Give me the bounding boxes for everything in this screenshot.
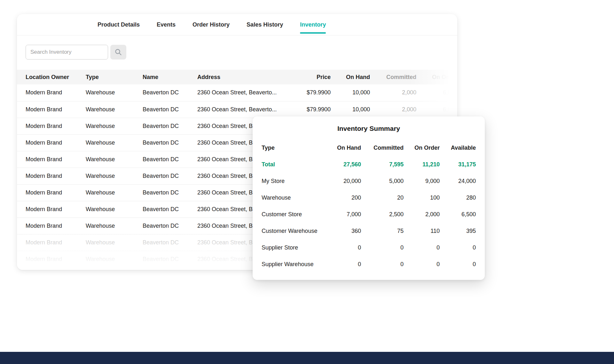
column-address: Address: [197, 70, 291, 84]
tab-inventory[interactable]: Inventory: [300, 14, 326, 35]
column-name: Name: [143, 70, 197, 84]
footer-bar: [0, 352, 614, 364]
summary-cell-on-order: 9,000: [404, 173, 440, 189]
cell-committed: 2,000: [370, 84, 416, 101]
column-committed: Committed: [370, 70, 416, 84]
summary-row: Supplier Warehouse 0 0 0 0: [262, 256, 476, 273]
summary-row: Warehouse 200 20 100 280: [262, 189, 476, 206]
summary-cell-on-order: 100: [404, 189, 440, 206]
column-type: Type: [86, 70, 143, 84]
cell-price: $79.9900: [291, 84, 331, 101]
summary-row: Supplier Store 0 0 0 0: [262, 239, 476, 256]
summary-title: Inventory Summary: [262, 125, 476, 132]
cell-on-order: 6,000: [416, 101, 457, 118]
table-header-row: Location Owner Type Name Address Price O…: [17, 70, 457, 84]
cell-location-owner: Modern Brand: [17, 234, 86, 251]
summary-cell-available: 31,175: [440, 156, 476, 173]
summary-cell-type: Supplier Store: [262, 239, 321, 256]
table-row[interactable]: Modern Brand Warehouse Beaverton DC 2360…: [17, 101, 457, 118]
summary-row: My Store 20,000 5,000 9,000 24,000: [262, 173, 476, 189]
cell-name: Beaverton DC: [143, 134, 197, 151]
summary-cell-on-hand: 0: [321, 239, 361, 256]
cell-location-owner: Modern Brand: [17, 84, 86, 101]
summary-cell-on-hand: 27,560: [321, 156, 361, 173]
summary-cell-type: Warehouse: [262, 189, 321, 206]
cell-location-owner: Modern Brand: [17, 201, 86, 218]
summary-row: Customer Store 7,000 2,500 2,000 6,500: [262, 206, 476, 223]
summary-cell-available: 0: [440, 239, 476, 256]
cell-name: Beaverton DC: [143, 168, 197, 184]
summary-cell-committed: 20: [361, 189, 404, 206]
cell-type: Warehouse: [86, 151, 143, 168]
column-on-order: On Order: [416, 70, 457, 84]
summary-table: Type On Hand Committed On Order Availabl…: [262, 139, 476, 273]
summary-cell-on-hand: 7,000: [321, 206, 361, 223]
summary-column-committed: Committed: [361, 139, 404, 156]
search-input[interactable]: [26, 45, 108, 59]
cell-type: Warehouse: [86, 234, 143, 251]
cell-address: 2360 Ocean Street, Beaverto...: [197, 84, 291, 101]
summary-cell-type: Customer Store: [262, 206, 321, 223]
inventory-summary-popup: Inventory Summary Type On Hand Committed…: [253, 116, 485, 280]
cell-name: Beaverton DC: [143, 184, 197, 201]
summary-column-on-order: On Order: [404, 139, 440, 156]
cell-name: Beaverton DC: [143, 234, 197, 251]
cell-type: Warehouse: [86, 168, 143, 184]
summary-cell-committed: 5,000: [361, 173, 404, 189]
cell-on-hand: 10,000: [331, 101, 370, 118]
summary-cell-available: 24,000: [440, 173, 476, 189]
summary-cell-type: Supplier Warehouse: [262, 256, 321, 273]
summary-cell-committed: 2,500: [361, 206, 404, 223]
cell-name: Beaverton DC: [143, 101, 197, 118]
tab-events[interactable]: Events: [157, 14, 176, 35]
summary-cell-on-order: 0: [404, 239, 440, 256]
summary-cell-committed: 75: [361, 223, 404, 239]
cell-type: Warehouse: [86, 184, 143, 201]
cell-name: Beaverton DC: [143, 84, 197, 101]
summary-cell-on-order: 2,000: [404, 206, 440, 223]
cell-name: Beaverton DC: [143, 118, 197, 134]
cell-name: Beaverton DC: [143, 201, 197, 218]
summary-cell-committed: 7,595: [361, 156, 404, 173]
summary-cell-available: 0: [440, 256, 476, 273]
cell-location-owner: Modern Brand: [17, 151, 86, 168]
summary-cell-on-order: 11,210: [404, 156, 440, 173]
tab-order-history[interactable]: Order History: [193, 14, 230, 35]
cell-name: Beaverton DC: [143, 218, 197, 234]
summary-cell-on-hand: 360: [321, 223, 361, 239]
cell-price: $79.9900: [291, 101, 331, 118]
summary-row: Total 27,560 7,595 11,210 31,175: [262, 156, 476, 173]
table-row[interactable]: Modern Brand Warehouse Beaverton DC 2360…: [17, 84, 457, 101]
summary-column-available: Available: [440, 139, 476, 156]
cell-type: Warehouse: [86, 118, 143, 134]
cell-location-owner: Modern Brand: [17, 101, 86, 118]
cell-committed: 2,000: [370, 101, 416, 118]
tab-bar: Product Details Events Order History Sal…: [17, 14, 457, 36]
cell-location-owner: Modern Brand: [17, 134, 86, 151]
cell-type: Warehouse: [86, 134, 143, 151]
cell-type: Warehouse: [86, 251, 143, 267]
cell-name: Beaverton DC: [143, 251, 197, 267]
summary-cell-on-hand: 0: [321, 256, 361, 273]
cell-name: Beaverton DC: [143, 151, 197, 168]
cell-address: 2360 Ocean Street, Beaverto...: [197, 101, 291, 118]
summary-cell-type: Customer Warehouse: [262, 223, 321, 239]
search-button[interactable]: [110, 45, 126, 59]
summary-column-type: Type: [262, 139, 321, 156]
tab-product-details[interactable]: Product Details: [98, 14, 140, 35]
summary-cell-type: My Store: [262, 173, 321, 189]
column-on-hand: On Hand: [331, 70, 370, 84]
summary-cell-available: 6,500: [440, 206, 476, 223]
column-location-owner: Location Owner: [17, 70, 86, 84]
search-toolbar: [26, 45, 457, 59]
summary-cell-committed: 0: [361, 256, 404, 273]
summary-row: Customer Warehouse 360 75 110 395: [262, 223, 476, 239]
column-price: Price: [291, 70, 331, 84]
cell-on-order: 6,000: [416, 84, 457, 101]
summary-cell-on-hand: 200: [321, 189, 361, 206]
cell-type: Warehouse: [86, 218, 143, 234]
cell-location-owner: Modern Brand: [17, 251, 86, 267]
tab-sales-history[interactable]: Sales History: [247, 14, 283, 35]
summary-cell-available: 280: [440, 189, 476, 206]
summary-cell-on-order: 110: [404, 223, 440, 239]
